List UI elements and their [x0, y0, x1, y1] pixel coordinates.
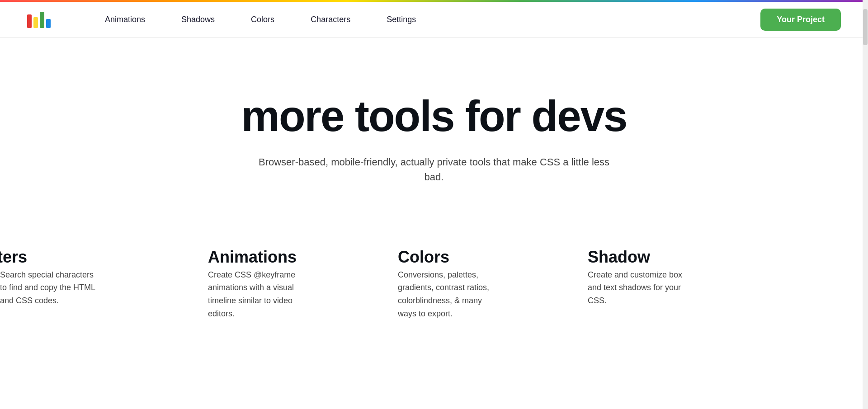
nav-link-animations[interactable]: Animations — [87, 15, 163, 24]
feature-characters-content: racters Search special characters to fin… — [0, 248, 99, 307]
scrollbar-thumb[interactable] — [863, 9, 868, 45]
nav-links: Animations Shadows Colors Characters Set… — [87, 15, 760, 24]
feature-animations-desc: Create CSS @keyframe animations with a v… — [208, 268, 307, 320]
feature-colors-title: Colors — [398, 248, 497, 267]
hero-subtitle: Browser-based, mobile-friendly, actually… — [253, 155, 615, 184]
feature-shadows-title: Shadow — [588, 248, 687, 267]
feature-animations-title: Animations — [208, 248, 307, 267]
feature-colors-desc: Conversions, palettes, gradients, contra… — [398, 268, 497, 320]
nav-link-shadows[interactable]: Shadows — [163, 15, 233, 24]
feature-shadows[interactable]: Shadow Create and customize box and text… — [552, 248, 723, 307]
feature-characters-desc: Search special characters to find and co… — [0, 268, 99, 307]
features-section: racters Search special characters to fin… — [0, 221, 868, 348]
feature-animations[interactable]: Animations Create CSS @keyframe animatio… — [172, 248, 362, 320]
feature-shadows-desc: Create and customize box and text shadow… — [588, 268, 687, 307]
hero-section: more tools for devs Browser-based, mobil… — [0, 38, 868, 221]
feature-characters[interactable]: racters Search special characters to fin… — [0, 248, 172, 307]
logo[interactable] — [27, 12, 51, 28]
logo-bar-blue — [46, 19, 51, 28]
feature-shadows-content: Shadow Create and customize box and text… — [588, 248, 687, 307]
logo-bar-green — [40, 12, 44, 28]
hero-title: more tools for devs — [241, 92, 627, 140]
navbar: Animations Shadows Colors Characters Set… — [0, 2, 868, 38]
nav-link-settings[interactable]: Settings — [368, 15, 434, 24]
nav-link-characters[interactable]: Characters — [292, 15, 368, 24]
nav-link-colors[interactable]: Colors — [233, 15, 292, 24]
feature-characters-title: racters — [0, 248, 99, 267]
logo-bar-red — [27, 14, 32, 28]
scrollbar-track[interactable] — [863, 0, 868, 348]
feature-colors-content: Colors Conversions, palettes, gradients,… — [398, 248, 497, 320]
logo-bar-yellow — [33, 17, 38, 28]
feature-animations-content: Animations Create CSS @keyframe animatio… — [208, 248, 307, 320]
your-project-button[interactable]: Your Project — [760, 9, 841, 31]
feature-colors[interactable]: Colors Conversions, palettes, gradients,… — [362, 248, 552, 320]
